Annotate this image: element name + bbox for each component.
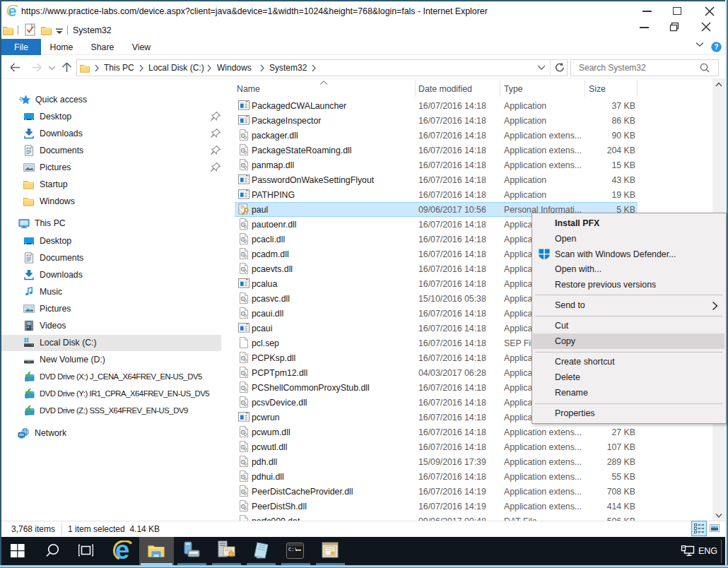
svg-text:?: ?	[714, 42, 718, 51]
